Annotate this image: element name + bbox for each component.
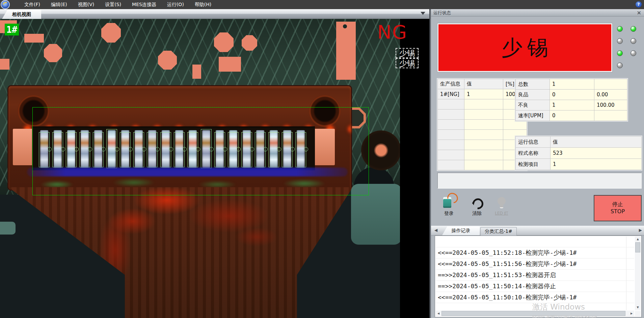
- table-row: [438, 140, 527, 150]
- table-row: 不良 1 100.00: [516, 100, 627, 111]
- status-led: [617, 50, 623, 56]
- table-cell: 1: [550, 100, 594, 111]
- scroll-left-icon[interactable]: ◀: [436, 311, 441, 316]
- led-light-button[interactable]: LED 灯: [490, 196, 513, 218]
- table-header-cell: 运行信息: [516, 137, 551, 148]
- status-led: [617, 63, 623, 68]
- status-led: [617, 38, 623, 44]
- panel-title: 运行状态: [433, 10, 451, 15]
- run-status-panel: 运行状态 × 少锡 生产信息 值 [%] 1#[NG] 1 10: [431, 9, 644, 318]
- camera-tab-bar: 相机视图: [0, 9, 429, 19]
- windows-activation-watermark: 激活 Windows 转到“设置”以激活 Windows: [532, 302, 597, 318]
- table-cell: 1: [550, 79, 594, 90]
- watermark-line2: 转到“设置”以激活 Windows: [532, 315, 597, 318]
- chevron-down-icon[interactable]: [421, 12, 425, 15]
- table-row: [438, 150, 527, 160]
- led-light-button-label: LED 灯: [490, 211, 513, 216]
- scroll-up-icon[interactable]: ▲: [635, 237, 641, 242]
- table-cell: 0.00: [594, 90, 627, 100]
- table-cell: 1: [551, 159, 642, 170]
- bulb-icon: [498, 197, 506, 205]
- menu-item-view[interactable]: 视图(V): [73, 0, 100, 9]
- stop-button-label-en: STOP: [611, 208, 625, 215]
- pcb-pad: [44, 44, 62, 62]
- tab-camera-view[interactable]: 相机视图: [2, 10, 41, 19]
- table-cell: 总数: [516, 79, 550, 90]
- tab-camera-view-label: 相机视图: [12, 11, 31, 18]
- pcb-pad: [214, 32, 234, 52]
- defect-tag: 少锡: [396, 48, 419, 58]
- stop-button-label-cn: 停止: [612, 201, 623, 208]
- menu-bar: 文件(F) 编辑(E) 视图(V) 设置(S) MES连接器 运行(O) 帮助(…: [0, 0, 644, 9]
- help-icon[interactable]: ?: [636, 1, 642, 7]
- defect-tag: 少锡: [396, 58, 419, 68]
- pcb-pad: [242, 35, 257, 51]
- table-row: 检测项目 1: [516, 159, 642, 170]
- log-entry[interactable]: <<==2024-05-05_11:52:18-检测完毕-少锡-1#: [436, 247, 634, 259]
- application-window: 文件(F) 编辑(E) 视图(V) 设置(S) MES连接器 运行(O) 帮助(…: [0, 0, 644, 318]
- watermark-line1: 激活 Windows: [532, 302, 597, 312]
- table-row: [438, 99, 527, 109]
- pcb-pad: [24, 34, 44, 43]
- table-cell: 0: [550, 111, 594, 121]
- table-cell: [594, 111, 627, 121]
- table-row: 总数 1: [516, 79, 627, 90]
- defect-alert-text: 少锡: [497, 33, 553, 62]
- tab-scroll-left-icon[interactable]: ◀: [434, 228, 437, 233]
- table-cell: 523: [551, 148, 642, 159]
- vertical-scroll-thumb[interactable]: [635, 242, 640, 252]
- status-led: [630, 38, 636, 44]
- clear-button-label: 清除: [465, 211, 489, 217]
- table-cell: 1#[NG]: [438, 89, 464, 99]
- table-row: [438, 109, 527, 120]
- menu-item-mes-connector[interactable]: MES连接器: [127, 0, 162, 9]
- close-icon[interactable]: ×: [637, 9, 641, 17]
- tab-classification-summary[interactable]: 分类汇总-1#: [480, 227, 517, 236]
- production-info-table: 生产信息 值 [%] 1#[NG] 1 100.00: [437, 79, 527, 170]
- clear-button[interactable]: 清除: [465, 196, 489, 218]
- login-button[interactable]: 登录: [437, 196, 461, 218]
- panel-title-bar: 运行状态 ×: [431, 9, 644, 17]
- defect-alert-box: 少锡: [437, 23, 612, 72]
- login-button-label: 登录: [437, 211, 461, 217]
- menu-item-edit[interactable]: 编辑(E): [46, 0, 73, 9]
- table-header-cell: 值: [464, 79, 503, 89]
- inspection-result-text: NG: [377, 21, 407, 43]
- list-column-divider: [626, 237, 626, 310]
- stop-button[interactable]: 停止 STOP: [594, 195, 642, 221]
- table-cell: [594, 79, 627, 90]
- tab-scroll-right-icon[interactable]: ▶: [639, 228, 642, 233]
- table-cell: 不良: [516, 100, 550, 111]
- table-cell: 100.00: [594, 100, 627, 111]
- status-led: [630, 26, 636, 32]
- log-entry[interactable]: ==>>2024-05-05_11:50:14-检测器停止: [436, 281, 634, 292]
- scroll-down-icon[interactable]: ▼: [635, 305, 641, 310]
- status-led: [630, 50, 636, 56]
- message-box[interactable]: [437, 173, 642, 189]
- log-entry[interactable]: <<==2024-05-05_11:51:56-检测完毕-少锡-1#: [436, 259, 634, 270]
- menu-item-file[interactable]: 文件(F): [19, 0, 46, 9]
- status-led-grid: [617, 26, 636, 68]
- table-row: 1#[NG] 1 100.00: [438, 89, 527, 99]
- menu-item-run[interactable]: 运行(O): [162, 0, 189, 9]
- pcb-pad: [336, 22, 356, 80]
- table-cell: 检测项目: [516, 159, 551, 170]
- scroll-right-icon[interactable]: ▶: [629, 311, 634, 316]
- badge-icon: [443, 197, 451, 208]
- table-row: [438, 160, 527, 170]
- table-row: 良品 0 0.00: [516, 90, 627, 100]
- log-entry[interactable]: ==>>2024-05-05_11:51:53-检测器开启: [436, 270, 634, 281]
- tab-operation-log[interactable]: 操作记录: [442, 226, 480, 235]
- vertical-scrollbar[interactable]: ▲ ▼: [635, 237, 641, 310]
- menu-item-help[interactable]: 帮助(H): [189, 0, 217, 9]
- status-led: [617, 26, 623, 32]
- log-rows: <<==2024-05-05_11:52:18-检测完毕-少锡-1# <<==2…: [436, 237, 634, 310]
- scrollbar-corner: [635, 311, 641, 316]
- menu-item-settings[interactable]: 设置(S): [100, 0, 127, 9]
- app-logo-icon: [1, 0, 10, 9]
- table-cell: 1: [464, 89, 503, 99]
- inspection-roi-rect: [32, 107, 369, 195]
- pcb-pad: [0, 59, 9, 70]
- table-cell: 速率[UPM]: [516, 111, 550, 121]
- table-header-cell: 生产信息: [438, 79, 464, 89]
